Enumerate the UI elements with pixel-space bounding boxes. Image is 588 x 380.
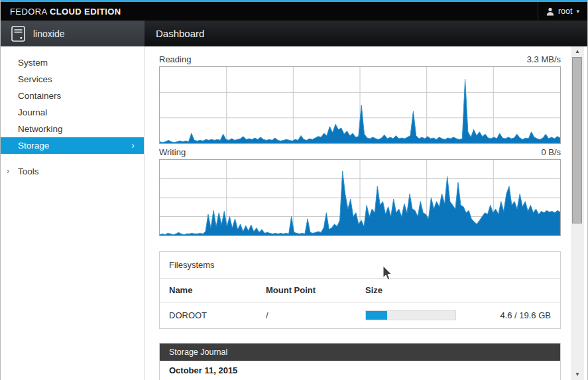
- tools-label: Tools: [18, 166, 39, 176]
- person-icon: [546, 7, 554, 16]
- writing-label: Writing: [159, 147, 186, 157]
- column-mount-point: Mount Point: [266, 285, 365, 295]
- writing-chart: [159, 159, 561, 236]
- vertical-scrollbar[interactable]: ▲ ▼: [571, 46, 584, 380]
- user-name: root: [558, 7, 573, 16]
- sidebar-nav: System Services Containers Journal Netwo…: [1, 46, 145, 380]
- server-icon: [11, 26, 25, 42]
- cockpit-window: FEDORA CLOUD EDITION root ▾ linoxide Das…: [0, 0, 588, 380]
- chevron-down-icon: ▾: [576, 8, 579, 15]
- reading-chart: [159, 66, 561, 144]
- top-navbar: FEDORA CLOUD EDITION root ▾: [1, 2, 588, 21]
- host-switcher[interactable]: linoxide: [1, 21, 145, 46]
- fs-size-text: 4.6 / 19.6 GB: [500, 310, 551, 320]
- filesystem-row[interactable]: DOROOT / 4.6 / 19.6 GB: [160, 302, 560, 328]
- reading-label: Reading: [159, 54, 191, 64]
- filesystems-panel: Filesystems Name Mount Point Size DOROOT…: [159, 251, 561, 329]
- column-size: Size: [365, 285, 551, 295]
- host-name: linoxide: [33, 29, 64, 39]
- main-content: Reading 3.3 MB/s Writing 0 B/s Filesyste…: [145, 46, 588, 380]
- brand-regular: FEDORA: [10, 7, 47, 17]
- writing-rate: 0 B/s: [541, 147, 561, 157]
- scrollbar-thumb[interactable]: [572, 57, 582, 223]
- sidebar-item-containers[interactable]: Containers: [1, 88, 144, 104]
- filesystems-column-headers: Name Mount Point Size: [160, 278, 560, 302]
- fs-name: DOROOT: [169, 310, 266, 320]
- usage-bar: [365, 310, 456, 320]
- filesystems-title: Filesystems: [160, 252, 560, 278]
- chevron-right-icon: ›: [131, 137, 135, 154]
- usage-bar-fill: [366, 311, 387, 320]
- scroll-down-icon[interactable]: ▼: [571, 370, 584, 379]
- brand-bold: CLOUD EDITION: [50, 7, 121, 17]
- fs-mount-point: /: [266, 310, 365, 320]
- reading-caption: Reading 3.3 MB/s: [159, 54, 561, 66]
- user-menu-button[interactable]: root ▾: [538, 2, 588, 21]
- storage-journal-panel: Storage Journal October 11, 2015: [159, 343, 561, 380]
- brand-logo: FEDORA CLOUD EDITION: [1, 7, 121, 17]
- writing-caption: Writing 0 B/s: [159, 147, 561, 159]
- sidebar-item-networking[interactable]: Networking: [1, 121, 144, 137]
- sidebar-item-system[interactable]: System: [1, 54, 144, 71]
- sidebar-item-services[interactable]: Services: [1, 71, 144, 88]
- storage-journal-title: Storage Journal: [160, 344, 560, 361]
- sidebar-item-tools[interactable]: › Tools: [1, 163, 144, 180]
- page-title: Dashboard: [145, 28, 204, 39]
- journal-date: October 11, 2015: [160, 361, 560, 380]
- sidebar-item-label: Storage: [18, 141, 49, 151]
- expander-chevron-icon: ›: [7, 163, 9, 180]
- sidebar-item-storage[interactable]: Storage ›: [1, 137, 144, 154]
- column-name: Name: [169, 285, 266, 295]
- sidebar-item-journal[interactable]: Journal: [1, 104, 144, 121]
- page-header: Dashboard: [145, 21, 588, 46]
- scroll-up-icon[interactable]: ▲: [571, 47, 584, 56]
- reading-rate: 3.3 MB/s: [527, 54, 561, 64]
